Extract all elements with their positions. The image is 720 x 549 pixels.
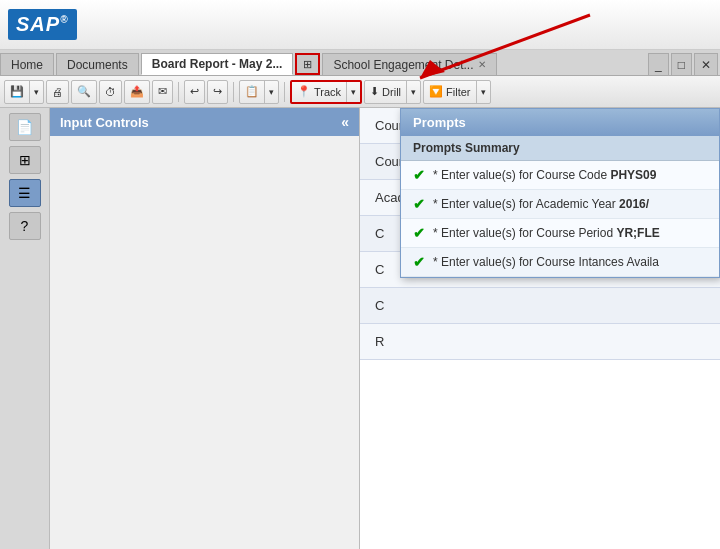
drill-label: Drill (382, 86, 401, 98)
input-controls-collapse[interactable]: « (341, 114, 349, 130)
redo-button[interactable]: ↪ (207, 80, 228, 104)
toolbar: 💾 ▾ 🖨 🔍 ⏱ 📤 ✉ ↩ ↪ 📋 ▾ 📍 Track ▾ (0, 76, 720, 108)
filter-label: Filter (446, 86, 470, 98)
redo-icon: ↪ (213, 85, 222, 98)
tab-documents[interactable]: Documents (56, 53, 139, 75)
save-button[interactable]: 💾 ▾ (4, 80, 44, 104)
sap-logo-sup: ® (60, 14, 68, 25)
main-area: 📄 ⊞ ☰ ? Input Controls « Course Code/Poi… (0, 108, 720, 549)
separator-3 (284, 82, 285, 102)
sap-header: SAP® (0, 0, 720, 50)
prompt-text-2: * Enter value(s) for Academic Year 2016/ (433, 197, 649, 211)
prompt-row-3: ✔ * Enter value(s) for Course Period YR;… (401, 219, 719, 248)
tab-school-engagement-close[interactable]: ✕ (478, 59, 486, 70)
tab-close-all[interactable]: ✕ (694, 53, 718, 75)
check-icon-1: ✔ (413, 167, 425, 183)
print-button[interactable]: 🖨 (46, 80, 69, 104)
input-controls-header: Input Controls « (50, 108, 359, 136)
drill-button[interactable]: ⬇ Drill ▾ (364, 80, 421, 104)
tab-restore[interactable]: □ (671, 53, 692, 75)
special-icon: 📋 (245, 85, 259, 98)
print-icon: 🖨 (52, 86, 63, 98)
undo-icon: ↩ (190, 85, 199, 98)
check-icon-4: ✔ (413, 254, 425, 270)
track-arrow[interactable]: ▾ (346, 82, 360, 102)
check-icon-3: ✔ (413, 225, 425, 241)
separator-1 (178, 82, 179, 102)
sap-logo: SAP® (8, 9, 77, 40)
input-controls-title: Input Controls (60, 115, 149, 130)
prompt-text-1: * Enter value(s) for Course Code PHYS09 (433, 168, 656, 182)
undo-button[interactable]: ↩ (184, 80, 205, 104)
timer-button[interactable]: ⏱ (99, 80, 122, 104)
prompt-row-2: ✔ * Enter value(s) for Academic Year 201… (401, 190, 719, 219)
tab-icon-button[interactable]: ⊞ (295, 53, 320, 75)
sidebar-list-icon[interactable]: ☰ (9, 179, 41, 207)
drill-icon: ⬇ (370, 85, 379, 98)
export-icon: 📤 (130, 85, 144, 98)
sidebar-help-icon[interactable]: ? (9, 212, 41, 240)
sidebar-doc-icon[interactable]: 📄 (9, 113, 41, 141)
find-button[interactable]: 🔍 (71, 80, 97, 104)
track-icon: 📍 (297, 85, 311, 98)
content-area: Course Code/Points Course Name Academic … (360, 108, 720, 549)
export-button[interactable]: 📤 (124, 80, 150, 104)
sidebar-grid-icon[interactable]: ⊞ (9, 146, 41, 174)
filter-icon: 🔽 (429, 85, 443, 98)
tab-board-report[interactable]: Board Report - May 2... (141, 53, 294, 75)
prompts-dialog: Prompts Prompts Summary ✔ * Enter value(… (400, 108, 720, 278)
prompt-text-3: * Enter value(s) for Course Period YR;FL… (433, 226, 660, 240)
prompt-row-4: ✔ * Enter value(s) for Course Intances A… (401, 248, 719, 277)
timer-icon: ⏱ (105, 86, 116, 98)
separator-2 (233, 82, 234, 102)
prompts-summary-header: Prompts Summary (401, 136, 719, 161)
sidebar: 📄 ⊞ ☰ ? (0, 108, 50, 549)
email-button[interactable]: ✉ (152, 80, 173, 104)
filter-button[interactable]: 🔽 Filter ▾ (423, 80, 490, 104)
filter-arrow[interactable]: ▾ (476, 81, 490, 103)
save-icon: 💾 (10, 85, 24, 98)
tab-home[interactable]: Home (0, 53, 54, 75)
special-button[interactable]: 📋 ▾ (239, 80, 279, 104)
drill-arrow[interactable]: ▾ (406, 81, 420, 103)
tab-minimize[interactable]: _ (648, 53, 669, 75)
email-icon: ✉ (158, 85, 167, 98)
find-icon: 🔍 (77, 85, 91, 98)
sap-logo-text: SAP (16, 13, 60, 35)
save-arrow[interactable]: ▾ (29, 81, 43, 103)
tab-bar: Home Documents Board Report - May 2... ⊞… (0, 50, 720, 76)
prompt-text-4: * Enter value(s) for Course Intances Ava… (433, 255, 659, 269)
prompts-title: Prompts (401, 109, 719, 136)
check-icon-2: ✔ (413, 196, 425, 212)
special-arrow[interactable]: ▾ (264, 81, 278, 103)
prompts-overlay: Prompts Prompts Summary ✔ * Enter value(… (400, 108, 720, 549)
tab-school-engagement[interactable]: School Engagement Det... ✕ (322, 53, 496, 75)
input-controls-panel: Input Controls « (50, 108, 360, 549)
track-button[interactable]: 📍 Track ▾ (290, 80, 362, 104)
prompt-row-1: ✔ * Enter value(s) for Course Code PHYS0… (401, 161, 719, 190)
track-label: Track (314, 86, 341, 98)
